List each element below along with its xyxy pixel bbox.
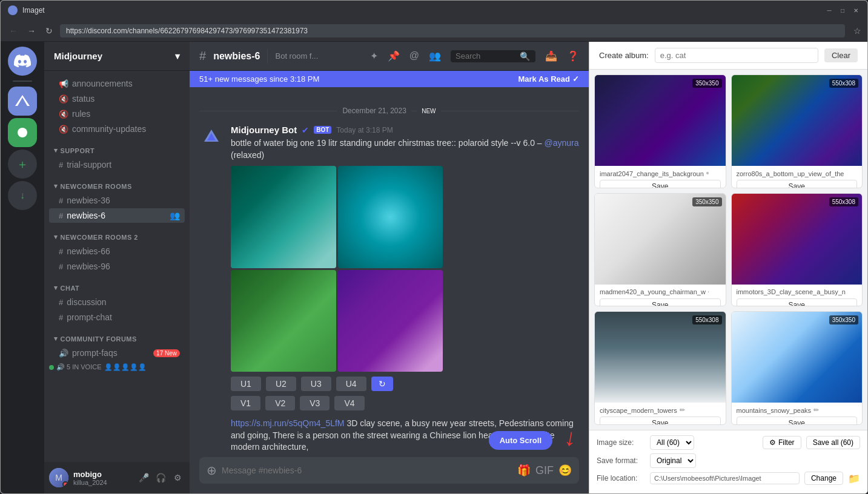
chat-image-2[interactable] — [338, 166, 443, 268]
save-button-3[interactable]: Save — [600, 298, 721, 307]
v2-button[interactable]: V2 — [265, 396, 295, 410]
channel-item-status[interactable]: 🔇 status — [49, 91, 185, 106]
category-chat[interactable]: ▾ CHAT — [44, 274, 190, 294]
message-link[interactable]: https://s.mj.run/s5qQm4_5LfM — [231, 418, 345, 428]
category-newcomer-rooms[interactable]: ▾ NEWCOMER ROOMS — [44, 173, 190, 193]
gift-icon[interactable]: 🎁 — [517, 464, 531, 477]
save-button-5[interactable]: Save — [600, 417, 721, 425]
server-icon-midjourney[interactable] — [8, 87, 37, 116]
image-thumbnail-4[interactable]: 550x308 — [732, 194, 863, 285]
message-author: Midjourney Bot — [231, 125, 297, 135]
edit-name-icon-5[interactable]: ✏ — [680, 406, 685, 414]
minimize-button[interactable]: ─ — [825, 6, 833, 15]
pin-icon[interactable]: 📌 — [388, 50, 400, 62]
deafen-button[interactable]: 🎧 — [153, 470, 168, 485]
edit-name-icon-6[interactable]: ✏ — [813, 406, 819, 414]
channel-item-newbies-36[interactable]: # newbies-36 — [49, 193, 185, 208]
filter-button[interactable]: ⚙ Filter — [763, 436, 801, 449]
u2-button[interactable]: U2 — [266, 377, 296, 391]
u1-button[interactable]: U1 — [231, 377, 261, 391]
category-newcomer-rooms-2[interactable]: ▾ NEWCOMER ROOMS 2 — [44, 223, 190, 243]
image-size-select[interactable]: All (60) — [650, 435, 694, 450]
server-icon-green[interactable] — [8, 118, 37, 147]
save-button-6[interactable]: Save — [737, 417, 858, 425]
image-thumbnail-6[interactable]: 350x350 — [732, 312, 863, 403]
u4-button[interactable]: U4 — [336, 377, 366, 391]
message-mention[interactable]: @aynura — [545, 138, 579, 148]
v1-button[interactable]: V1 — [231, 396, 260, 410]
server-icon-discord[interactable] — [8, 47, 37, 76]
v3-button[interactable]: V3 — [300, 396, 330, 410]
gif-icon[interactable]: GIF — [535, 464, 554, 477]
save-all-button[interactable]: Save all (60) — [806, 436, 860, 449]
chat-image-4[interactable] — [338, 270, 443, 372]
back-button[interactable]: ← — [7, 25, 20, 37]
channel-item-discussion[interactable]: # discussion — [49, 295, 185, 309]
server-add-button[interactable]: ＋ — [8, 150, 37, 179]
image-thumbnail-3[interactable]: 350x350 — [595, 194, 726, 285]
channel-item-prompt-faqs[interactable]: 🔊 prompt-faqs 17 New — [49, 346, 185, 360]
forward-button[interactable]: → — [25, 25, 38, 37]
mark-as-read-button[interactable]: Mark As Read ✓ — [518, 74, 580, 84]
create-album-input[interactable] — [655, 48, 818, 63]
image-thumbnail-5[interactable]: 550x308 — [595, 312, 726, 403]
category-support[interactable]: ▾ SUPPORT — [44, 137, 190, 157]
channel-item-prompt-chat[interactable]: # prompt-chat — [49, 310, 185, 324]
refresh-button[interactable]: ↻ — [43, 25, 55, 37]
date-separator: December 21, 2023 NEW — [199, 107, 579, 115]
clear-button[interactable]: Clear — [824, 48, 858, 62]
message-input[interactable] — [222, 459, 512, 481]
auto-scroll-btn-container: Auto Scroll — [489, 431, 552, 450]
save-button-4[interactable]: Save — [737, 298, 858, 307]
settings-button[interactable]: ⚙ — [170, 470, 185, 485]
mute-button[interactable]: 🎤 — [136, 470, 151, 485]
change-location-button[interactable]: Change — [804, 472, 843, 485]
help-icon[interactable]: ❓ — [567, 50, 579, 62]
edit-name-icon-3[interactable]: ✏ — [708, 288, 709, 296]
refresh-button[interactable]: ↻ — [371, 377, 393, 391]
add-attachment-button[interactable]: ⊕ — [207, 457, 217, 484]
image-thumbnail-2[interactable]: 550x308 — [732, 75, 863, 166]
search-bar[interactable]: 🔍 — [451, 50, 535, 62]
message-header: Midjourney Bot ✔ BOT Today at 3:18 PM — [231, 125, 579, 135]
mention-icon[interactable]: @ — [409, 50, 419, 62]
chat-footer: ⊕ 🎁 GIF 😊 — [190, 452, 589, 493]
chat-image-1[interactable] — [231, 166, 336, 268]
bookmark-icon[interactable]: ☆ — [853, 26, 861, 36]
image-thumbnail-1[interactable]: 350x350 — [595, 75, 726, 166]
members-icon[interactable]: 👥 — [429, 50, 441, 62]
search-input[interactable] — [456, 51, 516, 61]
folder-icon[interactable]: 📁 — [848, 473, 860, 484]
save-format-select[interactable]: Original — [650, 453, 696, 468]
server-sidebar: ＋ ↓ — [1, 42, 44, 493]
channel-item-newbies-6[interactable]: # newbies-6 👥 — [49, 208, 185, 223]
channel-item-announcements[interactable]: 📢 announcements — [49, 76, 185, 91]
close-button[interactable]: ✕ — [852, 6, 860, 15]
save-button-2[interactable]: Save — [737, 180, 858, 188]
save-button-1[interactable]: Save — [600, 180, 721, 188]
url-bar[interactable]: https://discord.com/channels/66226797698… — [60, 24, 845, 38]
add-member-icon[interactable]: 👥 — [170, 211, 180, 220]
server-name-bar[interactable]: Midjourney ▾ — [44, 42, 190, 71]
v4-button[interactable]: V4 — [334, 396, 364, 410]
channel-item-community-updates[interactable]: 🔇 community-updates — [49, 122, 185, 136]
chat-image-3[interactable] — [231, 270, 336, 372]
maximize-button[interactable]: □ — [838, 6, 847, 15]
create-album-label: Create album: — [599, 51, 649, 60]
image-size-badge-5: 550x308 — [692, 315, 721, 324]
emoji-icon[interactable]: 😊 — [558, 464, 572, 477]
server-download-button[interactable]: ↓ — [8, 181, 37, 210]
channel-item-newbies-66[interactable]: # newbies-66 — [49, 244, 185, 259]
app-title: Imaget — [22, 6, 45, 15]
channel-item-newbies-96[interactable]: # newbies-96 — [49, 259, 185, 274]
channel-item-trial-support[interactable]: # trial-support — [49, 157, 185, 172]
file-path-input[interactable] — [650, 472, 800, 484]
u3-button[interactable]: U3 — [301, 377, 331, 391]
channel-item-rules[interactable]: 🔇 rules — [49, 107, 185, 121]
category-community-forums[interactable]: ▾ COMMUNITY FORUMS — [44, 325, 190, 345]
inbox-icon[interactable]: 📥 — [545, 50, 557, 62]
auto-scroll-button[interactable]: Auto Scroll — [489, 431, 552, 450]
edit-name-icon-1[interactable]: ✏ — [706, 170, 709, 177]
slash-icon[interactable]: ✦ — [370, 50, 378, 62]
chat-input-actions: 🎁 GIF 😊 — [517, 464, 572, 477]
